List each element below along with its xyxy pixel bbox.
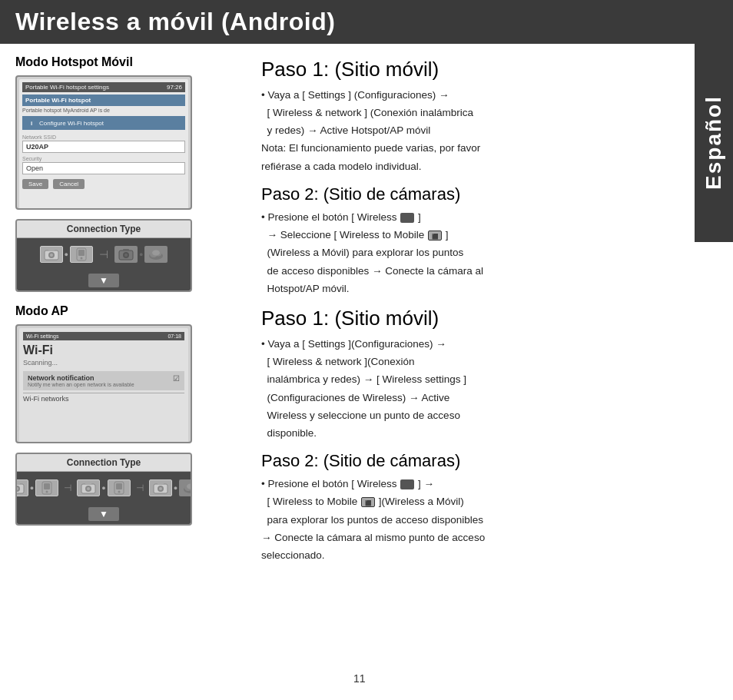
svg-rect-32 xyxy=(158,483,164,485)
conn2-icon-camera1 xyxy=(15,479,28,496)
phone1-title-text: Portable Wi-Fi hotspot xyxy=(25,97,91,104)
phone1-topbar-left: Portable Wi-Fi hotspot settings xyxy=(25,84,109,91)
conn1-icon-mobile xyxy=(70,246,93,263)
paso1-mobile2-title: Paso 1: (Sitio móvil) xyxy=(261,304,687,333)
svg-point-2 xyxy=(50,254,53,257)
phone-wifi: Wi-Fi settings 07:18 Wi-Fi Scanning... N… xyxy=(15,324,192,443)
conn2-sep1: ⊣ xyxy=(64,483,71,493)
phone2-topbar: Wi-Fi settings 07:18 xyxy=(23,332,184,340)
conn1-icon-camera2 xyxy=(114,246,138,263)
side-tab: Español xyxy=(695,42,733,242)
svg-rect-20 xyxy=(44,483,50,489)
section2-title: Modo AP xyxy=(15,304,231,318)
conn2-icon-cloud xyxy=(179,479,192,496)
conn1-sep: ⊣ xyxy=(99,248,108,260)
svg-point-14 xyxy=(152,250,160,256)
paso2b-line3: para explorar los puntos de acceso dispo… xyxy=(261,513,687,528)
phone1-topbar-time: 97:26 xyxy=(167,84,182,91)
svg-rect-25 xyxy=(85,483,91,485)
mobile-icon-1: ⬛ xyxy=(428,231,442,241)
conn2-icon-mobile2 xyxy=(108,479,131,496)
phone2-notif-content: Network notification Notify me when an o… xyxy=(28,374,134,387)
paso2-line5: Hotspot/AP móvil. xyxy=(261,281,687,297)
phone1-topbar: Portable Wi-Fi hotspot settings 97:26 xyxy=(22,82,185,92)
svg-point-24 xyxy=(87,487,90,490)
phone1-title: Portable Wi-Fi hotspot xyxy=(22,95,185,106)
page-number: 11 xyxy=(353,672,366,685)
phone2-wifi-sub: Scanning... xyxy=(23,359,184,367)
paso1b-line4: (Configuraciones de Wireless) → Active xyxy=(261,390,687,406)
phone1-ssid-value: U20AP xyxy=(22,141,185,153)
conn2-group1: ● xyxy=(15,479,58,496)
conn2-bottom: ▼ xyxy=(17,504,191,524)
phone1-security-value: Open xyxy=(22,162,185,174)
conn2-icon-camera2 xyxy=(77,479,100,496)
header-bar: Wireless a móvil (Android) xyxy=(0,0,733,44)
paso1-line4: Nota: El funcionamiento puede varias, po… xyxy=(261,141,687,156)
phone1-buttons: Save Cancel xyxy=(22,179,185,189)
paso2b-line2: [ Wireless to Mobile ⬛ ](Wireless a Móvi… xyxy=(261,494,687,509)
svg-point-21 xyxy=(46,491,48,493)
phone2-topbar-time: 07:18 xyxy=(167,333,181,339)
conn1-arrow-btn[interactable]: ▼ xyxy=(88,274,119,287)
conn1-bottom: ▼ xyxy=(17,270,191,290)
phone1-cancel-btn[interactable]: Cancel xyxy=(53,179,85,189)
main-content: Modo Hotspot Móvil Portable Wi-Fi hotspo… xyxy=(0,44,733,700)
paso1b-line5: Wireless y seleccione un punto de acceso xyxy=(261,408,687,423)
paso1-mobile2-body: • Vaya a [ Settings ](Configuraciones) →… xyxy=(261,337,687,442)
phone1-ssid-label: Network SSID xyxy=(22,134,185,140)
phone2-wifi-title: Wi-Fi xyxy=(23,343,184,357)
paso1-line1: • Vaya a [ Settings ] (Configuraciones) … xyxy=(261,88,687,103)
phone2-topbar-left: Wi-Fi settings xyxy=(26,333,58,339)
conn1-group2: ● xyxy=(114,246,167,263)
wireless-icon-2 xyxy=(400,479,414,489)
svg-rect-5 xyxy=(78,250,85,256)
left-column: Modo Hotspot Móvil Portable Wi-Fi hotspo… xyxy=(15,55,246,690)
svg-point-31 xyxy=(159,487,162,490)
svg-rect-3 xyxy=(48,249,55,251)
paso1-mobile-title: Paso 1: (Sitio móvil) xyxy=(261,55,687,85)
right-column: Paso 1: (Sitio móvil) • Vaya a [ Setting… xyxy=(246,55,687,690)
conn1-dot1: ● xyxy=(65,250,68,258)
paso2-cameras-body: • Presione el botón [ Wireless ] → Selec… xyxy=(261,210,687,297)
paso1-mobile-body: • Vaya a [ Settings ] (Configuraciones) … xyxy=(261,88,687,174)
paso2-cameras2-body: • Presione el botón [ Wireless ] → [ Wir… xyxy=(261,476,687,563)
paso2-line4: de acceso disponibles → Conecte la cámar… xyxy=(261,264,687,279)
phone1-config-label: Configure Wi-Fi hotspot xyxy=(39,120,104,127)
conn1-title: Connection Type xyxy=(17,221,191,238)
svg-rect-18 xyxy=(15,483,20,485)
conn1-icon-camera xyxy=(40,246,63,263)
page-title: Wireless a móvil (Android) xyxy=(15,8,335,36)
phone1-info-icon: i xyxy=(27,118,36,128)
conn1-dot2: ● xyxy=(139,250,143,258)
phone1-save-btn[interactable]: Save xyxy=(22,179,48,189)
paso2b-line5: seleccionado. xyxy=(261,548,687,563)
paso2b-line1: • Presione el botón [ Wireless ] → xyxy=(261,476,687,492)
conn2-dot2: ● xyxy=(101,484,105,492)
paso1b-line3: inalámbrica y redes) → [ Wireless settin… xyxy=(261,372,687,387)
conn2-group2: ● xyxy=(77,479,130,496)
phone1-subtitle: Portable hotspot MyAndroid AP is de xyxy=(22,108,185,113)
phone2-check-icon: ☑ xyxy=(173,374,180,383)
paso2-cameras-title: Paso 2: (Sitio de cámaras) xyxy=(261,182,687,207)
svg-rect-10 xyxy=(123,249,129,251)
phone1-security-label: Security xyxy=(22,156,185,161)
conn2-icons: ● ⊣ xyxy=(17,472,191,504)
phone2-networks: Wi-Fi networks xyxy=(23,393,184,404)
conn2-arrow-btn[interactable]: ▼ xyxy=(88,507,119,521)
connection-type-box-1: Connection Type ● xyxy=(15,219,192,292)
svg-point-9 xyxy=(124,254,128,257)
phone2-notif-sub: Notify me when an open network is availa… xyxy=(28,382,134,387)
svg-point-17 xyxy=(15,487,18,490)
paso1-line3: y redes) → Active Hotspot/AP móvil xyxy=(261,123,687,138)
conn2-dot3: ● xyxy=(174,484,177,492)
conn2-icon-mobile1 xyxy=(35,479,58,496)
paso2b-line4: → Conecte la cámara al mismo punto de ac… xyxy=(261,530,687,546)
phone1-screen: Portable Wi-Fi hotspot settings 97:26 Po… xyxy=(19,79,188,209)
conn1-icons: ● ⊣ xyxy=(17,238,191,270)
conn2-group3: ● xyxy=(149,479,192,496)
phone2-notif-title: Network notification xyxy=(28,374,134,382)
conn1-group1: ● xyxy=(40,246,93,263)
conn1-icon-cloud xyxy=(144,246,167,263)
connection-type-box-2: Connection Type ● xyxy=(15,453,192,526)
